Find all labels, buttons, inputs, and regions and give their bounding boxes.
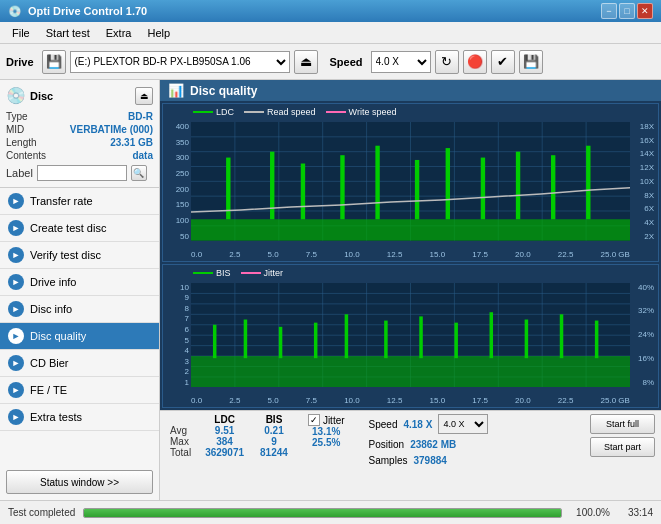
speed-select[interactable]: 4.0 X: [371, 51, 431, 73]
toolbar: Drive 💾 (E:) PLEXTOR BD-R PX-LB950SA 1.0…: [0, 44, 661, 80]
burn-button[interactable]: 🔴: [463, 50, 487, 74]
verify-button[interactable]: ✔: [491, 50, 515, 74]
svg-rect-47: [213, 324, 217, 357]
content-title: Disc quality: [190, 84, 257, 98]
status-window-button[interactable]: Status window >>: [6, 470, 153, 494]
avg-row: Avg 9.51 0.21: [166, 425, 296, 436]
svg-rect-54: [454, 322, 458, 357]
sidebar-item-drive-info[interactable]: ► Drive info: [0, 269, 159, 296]
progress-bar-fill: [84, 509, 561, 517]
read-speed-color: [244, 111, 264, 113]
speed-stat-select[interactable]: 4.0 X: [438, 414, 488, 434]
mid-label: MID: [6, 124, 24, 135]
ldc-header: LDC: [197, 414, 252, 425]
transfer-rate-label: Transfer rate: [30, 195, 93, 207]
ldc-legend-write: Write speed: [326, 107, 397, 117]
title-bar-left: 💿 Opti Drive Control 1.70: [8, 5, 147, 18]
svg-rect-16: [191, 219, 630, 240]
samples-label: Samples: [369, 455, 408, 466]
status-bar: Test completed 100.0% 33:14: [0, 500, 661, 524]
disc-eject-btn[interactable]: ⏏: [135, 87, 153, 105]
progress-bar: [83, 508, 562, 518]
start-part-button[interactable]: Start part: [590, 437, 655, 457]
ldc-chart-bg: [191, 122, 630, 241]
svg-rect-18: [270, 152, 274, 220]
create-test-disc-icon: ►: [8, 220, 24, 236]
sidebar-item-disc-quality[interactable]: ► Disc quality: [0, 323, 159, 350]
status-text: Test completed: [8, 507, 75, 518]
jitter-label: Jitter: [323, 415, 345, 426]
max-ldc: 384: [197, 436, 252, 447]
disc-label-icon-btn[interactable]: 🔍: [131, 165, 147, 181]
svg-rect-20: [340, 155, 344, 219]
refresh-button[interactable]: ↻: [435, 50, 459, 74]
sidebar-item-verify-test-disc[interactable]: ► Verify test disc: [0, 242, 159, 269]
svg-rect-21: [375, 146, 379, 220]
content-header-icon: 📊: [168, 83, 184, 98]
samples-value: 379884: [413, 455, 446, 466]
svg-rect-19: [301, 164, 305, 220]
fe-te-icon: ►: [8, 382, 24, 398]
bis-chart: BIS Jitter: [162, 264, 659, 408]
svg-rect-50: [314, 322, 318, 357]
create-test-disc-label: Create test disc: [30, 222, 106, 234]
extra-tests-label: Extra tests: [30, 411, 82, 423]
svg-rect-27: [586, 146, 590, 220]
sidebar-item-create-test-disc[interactable]: ► Create test disc: [0, 215, 159, 242]
sidebar-item-fe-te[interactable]: ► FE / TE: [0, 377, 159, 404]
samples-row: Samples 379884: [369, 455, 489, 466]
disc-panel: 💿 Disc ⏏ Type BD-R MID VERBATIMe (000) L…: [0, 80, 159, 188]
start-full-button[interactable]: Start full: [590, 414, 655, 434]
disc-quality-icon: ►: [8, 328, 24, 344]
speed-stat-value: 4.18 X: [403, 419, 432, 430]
ldc-legend-read: Read speed: [244, 107, 316, 117]
drive-select[interactable]: (E:) PLEXTOR BD-R PX-LB950SA 1.06: [70, 51, 290, 73]
contents-label: Contents: [6, 150, 46, 161]
svg-rect-48: [244, 319, 248, 358]
type-value: BD-R: [128, 111, 153, 122]
length-value: 23.31 GB: [110, 137, 153, 148]
maximize-button[interactable]: □: [619, 3, 635, 19]
close-button[interactable]: ✕: [637, 3, 653, 19]
title-bar: 💿 Opti Drive Control 1.70 − □ ✕: [0, 0, 661, 22]
bis-header: BIS: [252, 414, 296, 425]
ldc-color: [193, 111, 213, 113]
max-bis: 9: [252, 436, 296, 447]
bis-y-axis-right: 40% 32% 24% 16% 8%: [638, 283, 654, 387]
disc-contents-row: Contents data: [6, 150, 153, 161]
write-speed-color: [326, 111, 346, 113]
max-jitter: 25.5%: [304, 437, 349, 448]
max-row: Max 384 9: [166, 436, 296, 447]
svg-rect-52: [384, 320, 388, 358]
bis-color: [193, 272, 213, 274]
cd-bier-label: CD Bier: [30, 357, 69, 369]
ldc-x-axis: 0.0 2.5 5.0 7.5 10.0 12.5 15.0 17.5 20.0…: [191, 250, 630, 259]
sidebar-item-transfer-rate[interactable]: ► Transfer rate: [0, 188, 159, 215]
svg-rect-51: [345, 314, 349, 358]
menu-file[interactable]: File: [4, 25, 38, 41]
disc-label-input[interactable]: [37, 165, 127, 181]
verify-test-disc-label: Verify test disc: [30, 249, 101, 261]
drive-label: Drive: [6, 56, 34, 68]
cd-bier-icon: ►: [8, 355, 24, 371]
disc-quality-label: Disc quality: [30, 330, 86, 342]
speed-row: Speed 4.18 X 4.0 X: [369, 414, 489, 434]
sidebar-item-disc-info[interactable]: ► Disc info: [0, 296, 159, 323]
svg-rect-55: [490, 312, 494, 358]
menu-extra[interactable]: Extra: [98, 25, 140, 41]
menu-help[interactable]: Help: [139, 25, 178, 41]
drive-icon-btn: 💾: [42, 50, 66, 74]
save-button[interactable]: 💾: [519, 50, 543, 74]
menu-start-test[interactable]: Start test: [38, 25, 98, 41]
ldc-chart-svg: [191, 122, 630, 241]
bis-x-axis: 0.0 2.5 5.0 7.5 10.0 12.5 15.0 17.5 20.0…: [191, 396, 630, 405]
eject-button[interactable]: ⏏: [294, 50, 318, 74]
nav-menu: ► Transfer rate ► Create test disc ► Ver…: [0, 188, 159, 464]
jitter-checkbox[interactable]: ✓: [308, 414, 320, 426]
avg-jitter: 13.1%: [304, 426, 349, 437]
svg-rect-25: [516, 152, 520, 220]
minimize-button[interactable]: −: [601, 3, 617, 19]
sidebar-item-extra-tests[interactable]: ► Extra tests: [0, 404, 159, 431]
svg-rect-46: [191, 356, 630, 387]
sidebar-item-cd-bier[interactable]: ► CD Bier: [0, 350, 159, 377]
